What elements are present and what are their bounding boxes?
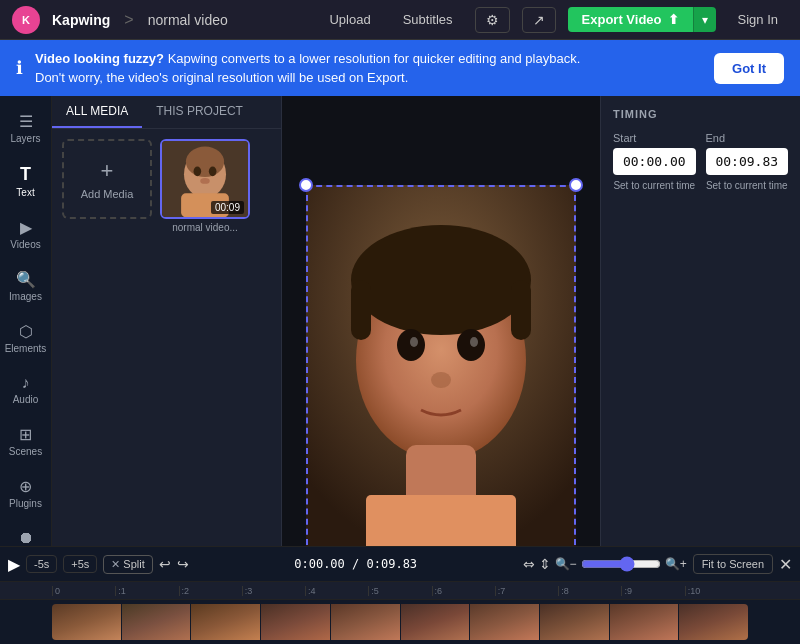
got-it-button[interactable]: Got It xyxy=(714,53,784,84)
sidebar-label-plugins: Plugins xyxy=(9,498,42,509)
alert-message: Kapwing converts to a lower resolution f… xyxy=(168,51,581,66)
track-frame-5 xyxy=(331,604,400,640)
set-start-button[interactable]: Set to current time xyxy=(613,180,696,191)
track-frame-1 xyxy=(52,604,121,640)
sidebar-item-elements[interactable]: ⬡ Elements xyxy=(2,314,50,362)
track-frame-7 xyxy=(470,604,539,640)
export-group: Export Video ⬆ ▾ xyxy=(568,7,716,32)
svg-point-10 xyxy=(351,225,531,335)
zoom-slider[interactable] xyxy=(581,556,661,572)
bottom-section: ▶ -5s +5s ✕ Split ↩ ↪ 0:00.00 / 0:09.83 … xyxy=(0,546,800,644)
skip-back-button[interactable]: -5s xyxy=(26,555,57,573)
timeline-tracks xyxy=(0,600,800,644)
add-media-button[interactable]: + Add Media xyxy=(62,139,152,219)
ruler-tick-3: :3 xyxy=(242,586,305,596)
play-button[interactable]: ▶ xyxy=(8,555,20,574)
zoom-in-button[interactable]: 🔍+ xyxy=(665,557,687,571)
brand-name: Kapwing xyxy=(52,12,110,28)
export-video-button[interactable]: Export Video ⬆ xyxy=(568,7,693,32)
sidebar-item-audio[interactable]: ♪ Audio xyxy=(2,366,50,413)
sidebar-item-images[interactable]: 🔍 Images xyxy=(2,262,50,310)
plugins-icon: ⊕ xyxy=(19,477,32,496)
export-label: Export Video xyxy=(582,12,662,27)
timing-end-col: End Set to current time xyxy=(706,132,789,193)
settings-button[interactable]: ⚙ xyxy=(475,7,510,33)
ruler-tick-6: :6 xyxy=(432,586,495,596)
text-icon: T xyxy=(20,164,31,185)
sidebar-item-scenes[interactable]: ⊞ Scenes xyxy=(2,417,50,465)
timing-row: Start Set to current time End Set to cur… xyxy=(613,132,788,193)
split-v-icon: ⇕ xyxy=(539,556,551,572)
split-label: Split xyxy=(123,558,144,570)
ruler-tick-7: :7 xyxy=(495,586,558,596)
video-canvas[interactable]: ↻ xyxy=(306,185,576,555)
fit-to-screen-button[interactable]: Fit to Screen xyxy=(693,554,773,574)
video-track[interactable] xyxy=(52,604,748,640)
sidebar-item-layers[interactable]: ☰ Layers xyxy=(2,104,50,152)
signin-button[interactable]: Sign In xyxy=(728,8,788,31)
ruler-tick-8: :8 xyxy=(558,586,621,596)
svg-point-16 xyxy=(470,337,478,347)
ruler-tick-10: :10 xyxy=(685,586,748,596)
end-input[interactable] xyxy=(706,148,789,175)
ruler-ticks: 0 :1 :2 :3 :4 :5 :6 :7 :8 :9 :10 xyxy=(52,586,748,596)
ruler-tick-2: :2 xyxy=(179,586,242,596)
media-filename: normal video... xyxy=(172,222,238,233)
sidebar-item-videos[interactable]: ▶ Videos xyxy=(2,210,50,258)
sidebar-label-elements: Elements xyxy=(5,343,47,354)
timing-start-col: Start Set to current time xyxy=(613,132,696,193)
subtitles-button[interactable]: Subtitles xyxy=(393,8,463,31)
media-thumbnail[interactable]: 00:09 xyxy=(160,139,250,219)
sidebar-label-audio: Audio xyxy=(13,394,39,405)
tab-this-project[interactable]: THIS PROJECT xyxy=(142,96,257,128)
plus-icon: + xyxy=(101,158,114,184)
alert-text: Video looking fuzzy? Kapwing converts to… xyxy=(35,49,702,88)
set-end-button[interactable]: Set to current time xyxy=(706,180,789,191)
ruler-tick-4: :4 xyxy=(305,586,368,596)
track-frame-3 xyxy=(191,604,260,640)
sidebar-label-images: Images xyxy=(9,291,42,302)
current-time: 0:00.00 xyxy=(294,557,345,571)
video-content xyxy=(306,185,576,555)
export-dropdown-button[interactable]: ▾ xyxy=(693,7,716,32)
skip-forward-button[interactable]: +5s xyxy=(63,555,97,573)
logo: K xyxy=(12,6,40,34)
end-label: End xyxy=(706,132,789,144)
project-name: normal video xyxy=(148,12,228,28)
playback-toolbar: ▶ -5s +5s ✕ Split ↩ ↪ 0:00.00 / 0:09.83 … xyxy=(0,546,800,582)
split-button[interactable]: ✕ Split xyxy=(103,555,152,574)
breadcrumb-separator: > xyxy=(124,11,133,29)
svg-point-4 xyxy=(209,167,217,177)
tab-all-media[interactable]: ALL MEDIA xyxy=(52,96,142,128)
audio-icon: ♪ xyxy=(22,374,30,392)
alert-bold: Video looking fuzzy? xyxy=(35,51,164,66)
sidebar-label-scenes: Scenes xyxy=(9,446,42,457)
close-timeline-button[interactable]: ✕ xyxy=(779,555,792,574)
upload-button[interactable]: Upload xyxy=(319,8,380,31)
track-frame-6 xyxy=(401,604,470,640)
elements-icon: ⬡ xyxy=(19,322,33,341)
handle-top-right[interactable] xyxy=(569,178,583,192)
sidebar-item-plugins[interactable]: ⊕ Plugins xyxy=(2,469,50,517)
track-frame-2 xyxy=(122,604,191,640)
sidebar-item-text[interactable]: T Text xyxy=(2,156,50,206)
share-button[interactable]: ↗ xyxy=(522,7,556,33)
timing-title: TIMING xyxy=(613,108,788,120)
sidebar-label-text: Text xyxy=(16,187,34,198)
ruler-tick-5: :5 xyxy=(368,586,431,596)
info-icon: ℹ xyxy=(16,57,23,79)
svg-point-5 xyxy=(200,178,210,184)
track-frame-9 xyxy=(610,604,679,640)
timeline-ruler: 0 :1 :2 :3 :4 :5 :6 :7 :8 :9 :10 xyxy=(0,582,800,600)
zoom-controls: ⇔ ⇕ 🔍− 🔍+ xyxy=(523,556,687,572)
start-input[interactable] xyxy=(613,148,696,175)
handle-top-left[interactable] xyxy=(299,178,313,192)
images-icon: 🔍 xyxy=(16,270,36,289)
videos-icon: ▶ xyxy=(20,218,32,237)
track-frame-4 xyxy=(261,604,330,640)
undo-button[interactable]: ↩ xyxy=(159,556,171,572)
svg-rect-12 xyxy=(511,280,531,340)
redo-button[interactable]: ↪ xyxy=(177,556,189,572)
add-media-label: Add Media xyxy=(81,188,134,200)
zoom-out-button[interactable]: 🔍− xyxy=(555,557,577,571)
